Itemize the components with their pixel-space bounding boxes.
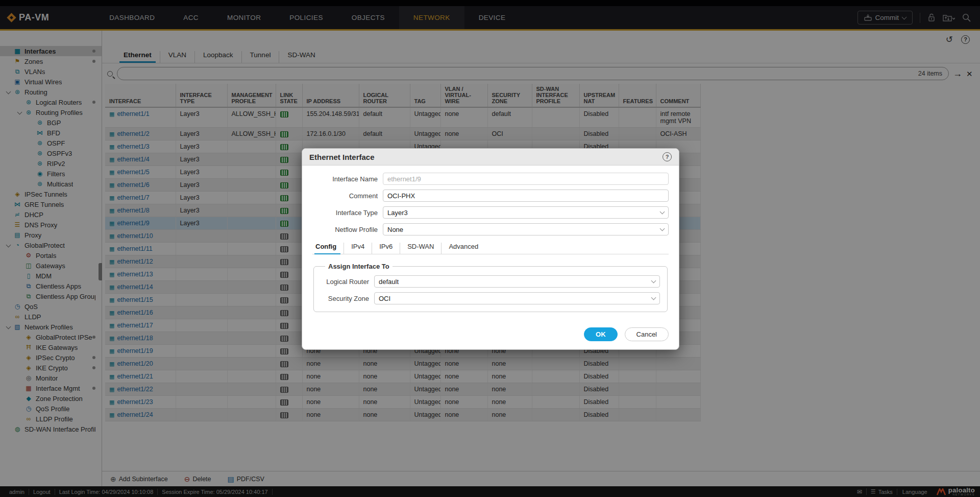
chevron-down-icon <box>651 295 656 300</box>
security-zone-select[interactable]: OCI <box>374 292 660 304</box>
netflow-profile-value: None <box>387 226 403 233</box>
netflow-profile-label: Netflow Profile <box>312 226 383 233</box>
dialog-header: Ethernet Interface ? <box>302 149 679 165</box>
dialog-tabs: ConfigIPv4IPv6SD-WANAdvanced <box>312 243 669 254</box>
netflow-profile-select[interactable]: None <box>383 223 669 235</box>
logical-router-value: default <box>379 278 399 286</box>
security-zone-value: OCI <box>379 295 390 302</box>
dialog-tab-ipv6[interactable]: IPv6 <box>372 243 400 254</box>
dialog-tab-config[interactable]: Config <box>312 243 344 254</box>
dialog-tab-sd-wan[interactable]: SD-WAN <box>400 243 441 254</box>
dialog-actions: OK Cancel <box>312 327 669 341</box>
interface-name-label: Interface Name <box>312 175 383 183</box>
interface-type-value: Layer3 <box>387 209 408 217</box>
logical-router-select[interactable]: default <box>374 275 660 288</box>
interface-type-label: Interface Type <box>312 209 383 217</box>
interface-type-select[interactable]: Layer3 <box>383 206 669 219</box>
assign-interface-to-legend: Assign Interface To <box>325 263 393 270</box>
dialog-tab-advanced[interactable]: Advanced <box>441 243 485 254</box>
security-zone-label: Security Zone <box>321 295 374 302</box>
chevron-down-icon <box>651 278 656 283</box>
assign-interface-to-group: Assign Interface To Logical Router defau… <box>313 263 668 312</box>
ok-button[interactable]: OK <box>584 327 618 341</box>
chevron-down-icon <box>660 226 665 231</box>
comment-field[interactable] <box>383 190 669 202</box>
logical-router-label: Logical Router <box>321 278 374 286</box>
chevron-down-icon <box>660 209 665 215</box>
dialog-tab-ipv4[interactable]: IPv4 <box>344 243 372 254</box>
comment-label: Comment <box>312 192 383 200</box>
interface-name-field <box>383 173 669 185</box>
ethernet-interface-dialog: Ethernet Interface ? Interface Name Comm… <box>302 148 679 350</box>
dialog-body: Interface Name Comment Interface Type La… <box>302 165 679 349</box>
dialog-title: Ethernet Interface <box>309 153 375 161</box>
cancel-button[interactable]: Cancel <box>625 327 669 341</box>
dialog-help-icon[interactable]: ? <box>663 152 672 161</box>
